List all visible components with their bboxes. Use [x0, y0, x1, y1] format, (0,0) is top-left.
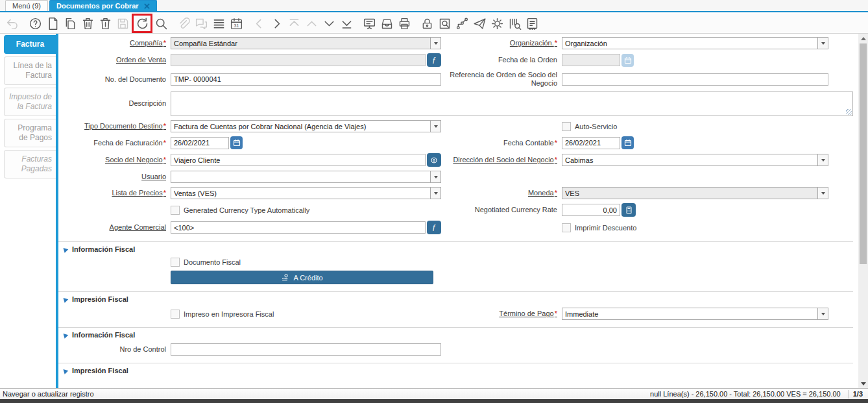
required-marker: * [555, 156, 557, 164]
usuario-label[interactable]: Usuario [61, 173, 167, 181]
calendar-icon [624, 139, 632, 147]
section-impresion-fiscal-2[interactable]: Impresión Fiscal [58, 363, 853, 374]
dropdown-arrow-icon[interactable] [817, 188, 828, 199]
sidebar-tab-factura[interactable]: Factura [4, 35, 56, 54]
dropdown-arrow-icon[interactable] [430, 188, 440, 199]
attachment-icon [175, 15, 193, 32]
direccion-socio-label[interactable]: Dirección del Socio del Negocio* [444, 156, 559, 164]
delete-selection-icon[interactable] [97, 15, 114, 32]
orden-venta-search-button[interactable]: ƒ [427, 53, 441, 67]
lock-icon[interactable] [418, 15, 436, 32]
fecha-facturacion-input[interactable]: 26/02/2021 [171, 137, 229, 149]
compania-select[interactable]: Compañía Estándar [171, 37, 441, 49]
compania-label[interactable]: Compañía* [61, 39, 167, 47]
agente-comercial-label[interactable]: Agente Comercial [61, 223, 167, 232]
termino-pago-select[interactable]: Immediate [562, 308, 828, 320]
dropdown-arrow-icon[interactable] [430, 121, 440, 132]
lista-precios-label[interactable]: Lista de Precios* [61, 189, 167, 197]
tipo-documento-label[interactable]: Tipo Documento Destino* [61, 122, 167, 130]
print-icon[interactable] [396, 15, 413, 32]
last-record-icon[interactable] [338, 15, 356, 32]
section-title: Impresión Fiscal [72, 295, 128, 303]
section-informacion-fiscal-1[interactable]: Información Fiscal [58, 241, 853, 253]
status-bar: Navegar o actualizar registro null Línea… [0, 388, 868, 399]
usuario-select[interactable] [171, 171, 441, 183]
refresh-icon[interactable] [132, 14, 152, 33]
copy-record-icon[interactable] [62, 15, 79, 32]
scroll-down-icon[interactable] [858, 379, 868, 388]
required-marker: * [163, 39, 166, 47]
section-title: Información Fiscal [72, 331, 135, 339]
sidebar-tab-linea-factura[interactable]: Línea de la Factura [4, 56, 56, 85]
no-documento-label: No. del Documento [61, 75, 167, 84]
vertical-scrollbar[interactable] [858, 34, 868, 388]
orden-venta-label[interactable]: Orden de Venta [61, 56, 167, 64]
delete-record-icon[interactable] [79, 15, 97, 32]
sidebar-tab-facturas-pagadas[interactable]: Facturas Pagadas [4, 150, 56, 178]
document-status-icon[interactable] [524, 15, 541, 32]
moneda-label[interactable]: Moneda* [444, 189, 559, 197]
fecha-contable-label: Fecha Contable* [444, 139, 559, 147]
fecha-contable-calendar-button[interactable] [621, 136, 634, 149]
fecha-facturacion-label: Fecha de Facturación* [61, 139, 167, 147]
auto-servicio-checkbox[interactable] [562, 122, 571, 131]
documento-fiscal-checkbox[interactable] [171, 258, 180, 267]
moneda-select[interactable]: VES [562, 187, 828, 199]
calendar-icon[interactable]: 31 [228, 15, 245, 32]
descripcion-textarea[interactable] [171, 92, 853, 116]
new-record-icon[interactable] [44, 15, 62, 32]
termino-pago-label[interactable]: Término de Pago* [444, 310, 559, 318]
nro-control-input[interactable] [171, 343, 441, 356]
documento-fiscal-label: Documento Fiscal [184, 258, 241, 266]
dropdown-arrow-icon[interactable] [817, 38, 828, 49]
socio-negocio-input[interactable]: Viajero Cliente [171, 154, 426, 166]
close-icon[interactable] [144, 3, 150, 9]
dropdown-arrow-icon[interactable] [430, 38, 440, 49]
sidebar-tab-programa-pagos[interactable]: Programa de Pagos [4, 119, 56, 147]
workflow-icon[interactable] [453, 15, 471, 32]
negotiated-rate-calculator-button[interactable] [621, 203, 636, 217]
tab-menu[interactable]: Menú (9) [5, 0, 48, 11]
save-icon [114, 15, 132, 32]
scrollbar-thumb[interactable] [860, 43, 867, 264]
grid-toggle-icon[interactable] [210, 15, 228, 32]
help-icon[interactable] [27, 15, 44, 32]
socio-negocio-label[interactable]: Socio del Negocio* [61, 156, 167, 164]
report-icon[interactable] [361, 15, 378, 32]
zoom-across-icon[interactable] [436, 15, 453, 32]
socio-negocio-info-button[interactable] [427, 153, 441, 167]
preference-icon[interactable] [488, 15, 506, 32]
dropdown-arrow-icon[interactable] [817, 308, 828, 319]
organizacion-select[interactable]: Organización [562, 37, 828, 49]
organizacion-label[interactable]: Organización.* [444, 39, 559, 47]
dropdown-arrow-icon[interactable] [817, 154, 828, 165]
collapse-triangle-icon [62, 367, 69, 374]
archive-icon[interactable] [378, 15, 396, 32]
imprimir-descuento-checkbox[interactable] [562, 223, 571, 232]
product-info-icon[interactable] [506, 15, 524, 32]
referencia-input[interactable] [562, 73, 828, 86]
negotiated-rate-input[interactable]: 0,00 [562, 204, 620, 216]
section-informacion-fiscal-2[interactable]: Información Fiscal [58, 327, 853, 339]
a-credito-button[interactable]: A Crédito [171, 271, 433, 284]
scroll-up-icon[interactable] [858, 34, 868, 43]
next-record-icon[interactable] [268, 15, 285, 32]
no-documento-input[interactable]: TMP- 0000041 [171, 73, 441, 86]
sidebar-tab-impuesto-factura[interactable]: Impuesto de la Factura [4, 88, 56, 116]
fecha-contable-input[interactable]: 26/02/2021 [562, 137, 620, 149]
fecha-facturacion-calendar-button[interactable] [230, 136, 243, 149]
section-impresion-fiscal-1[interactable]: Impresión Fiscal [58, 291, 853, 303]
request-icon[interactable] [471, 15, 488, 32]
lista-precios-select[interactable]: Ventas (VES) [171, 187, 441, 199]
detail-record-icon[interactable] [320, 15, 338, 32]
tipo-documento-select[interactable]: Factura de Cuentas por Cobrar Nacional (… [171, 120, 441, 132]
resize-handle[interactable] [846, 109, 852, 115]
agente-comercial-input[interactable]: <100> [171, 221, 426, 234]
impreso-fiscal-checkbox[interactable] [171, 310, 180, 319]
agente-comercial-search-button[interactable]: ƒ [427, 221, 441, 234]
find-icon[interactable] [152, 15, 170, 32]
dropdown-arrow-icon[interactable] [430, 171, 440, 182]
tab-documentos-por-cobrar[interactable]: Documentos por Cobrar [49, 0, 157, 11]
generated-currency-checkbox[interactable] [171, 206, 180, 215]
direccion-socio-select[interactable]: Cabimas [562, 154, 828, 166]
